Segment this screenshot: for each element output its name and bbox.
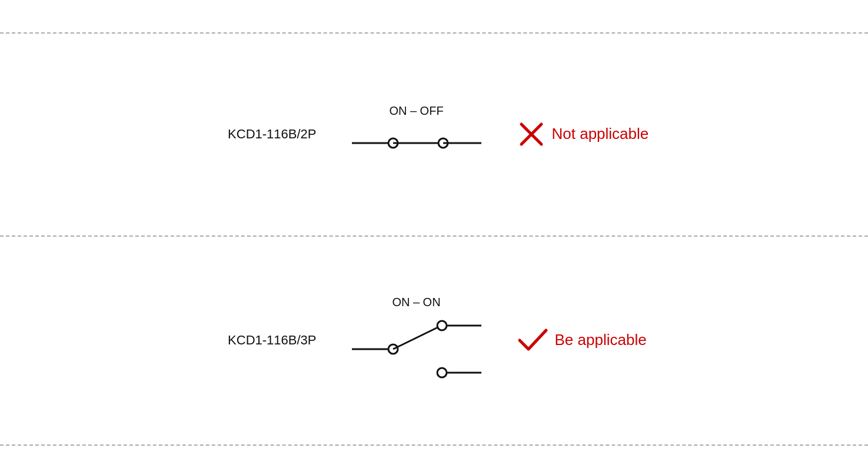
x-icon — [517, 120, 546, 149]
bottom-divider — [0, 445, 868, 446]
switch-diagram-1: ON – OFF — [352, 104, 481, 164]
model-label-1: KCD1-116B/2P — [211, 127, 317, 142]
status-area-2: Be applicable — [517, 326, 658, 355]
be-applicable-icon — [517, 326, 549, 355]
svg-point-12 — [437, 368, 447, 377]
switch-svg-2 — [352, 314, 481, 384]
section-2: KCD1-116B/3P ON – ON — [0, 236, 868, 445]
switch-svg-1 — [352, 122, 481, 164]
switch-diagram-2: ON – ON — [352, 296, 481, 384]
not-applicable-text: Not applicable — [552, 125, 649, 143]
check-icon — [517, 326, 549, 355]
be-applicable-text: Be applicable — [555, 331, 647, 349]
section-1: KCD1-116B/2P ON – OFF — [0, 32, 868, 236]
svg-line-9 — [393, 327, 439, 349]
model-label-2: KCD1-116B/3P — [211, 333, 317, 348]
switch-type-label-1: ON – OFF — [389, 104, 443, 118]
switch-type-label-2: ON – ON — [392, 296, 440, 309]
svg-point-10 — [437, 321, 447, 330]
status-area-1: Not applicable — [517, 120, 658, 149]
not-applicable-icon — [517, 120, 546, 149]
